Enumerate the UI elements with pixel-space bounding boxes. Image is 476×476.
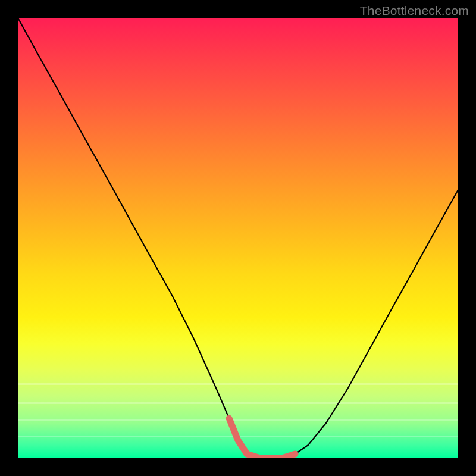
bottleneck-curve [18,18,458,458]
curve-main-path [18,18,458,458]
watermark-text: TheBottleneck.com [360,4,469,18]
plot-area [18,18,458,458]
curve-highlight-path [229,418,295,458]
chart-frame: TheBottleneck.com [0,0,476,476]
